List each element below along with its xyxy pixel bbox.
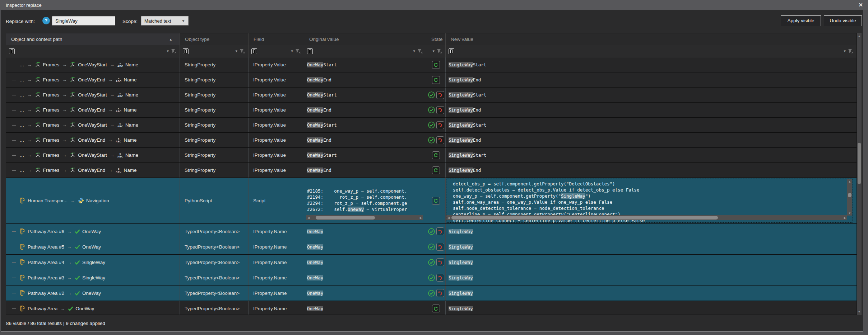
result-row[interactable]: …→Frames→OneWayEnd→sABCNameStringPropert…	[6, 72, 857, 88]
filter-dropdown-icon[interactable]: ▾	[413, 49, 415, 53]
undo-change-button[interactable]	[436, 243, 444, 251]
new-value-cell: SingleWay	[446, 301, 857, 315]
path-segment: …	[19, 168, 24, 173]
scroll-down-icon[interactable]: ▼	[857, 310, 862, 313]
undo-change-button[interactable]	[436, 258, 444, 266]
result-row[interactable]: …→Frames→OneWayStart→sABCNameStringPrope…	[6, 118, 857, 133]
filter-clear-icon[interactable]	[295, 49, 301, 53]
table-header: Object and context path ▲ Object type Fi…	[6, 33, 857, 45]
new-value-cell: SingleWay	[446, 286, 857, 301]
column-header-object-type[interactable]: Object type	[180, 33, 249, 45]
undo-change-button[interactable]	[436, 106, 444, 114]
result-row[interactable]: Pathway Area #2→OneWayTypedProperty<Bool…	[6, 286, 857, 301]
new-value-cell[interactable]: detect_obs_p = self.component.getPropert…	[446, 178, 857, 223]
object-type-cell: StringProperty	[180, 72, 249, 87]
replace-with-input[interactable]	[52, 16, 115, 25]
undo-change-button[interactable]	[436, 136, 444, 144]
new-value: SingleWayEnd	[446, 168, 481, 173]
scope-dropdown[interactable]: Matched text ▼	[141, 16, 189, 25]
undo-change-button[interactable]	[436, 289, 444, 297]
filter-clear-icon[interactable]	[437, 49, 442, 53]
frame-icon	[35, 62, 41, 68]
scroll-left-icon[interactable]: ◀	[447, 216, 450, 220]
path-segment: OneWayStart	[70, 122, 107, 128]
state-pending-icon[interactable]	[432, 166, 440, 174]
object-type-value: PythonScript	[180, 198, 212, 203]
code-vscrollbar[interactable]: ▲▼	[847, 179, 852, 216]
state-pending-icon[interactable]	[432, 305, 440, 312]
scrollbar-thumb[interactable]	[316, 216, 375, 220]
result-row[interactable]: …→Frames→OneWayEnd→sABCNameStringPropert…	[6, 133, 857, 148]
path-segment-label: Name	[124, 107, 136, 113]
result-row[interactable]: Pathway Area #4→SingleWayTypedProperty<B…	[6, 255, 857, 270]
code-line: #2294: rot_z_p = self.component.ge	[307, 200, 424, 206]
column-header-path[interactable]: Object and context path ▲	[6, 33, 180, 45]
matched-text-highlight: SingleWay	[449, 306, 473, 311]
scroll-left-icon[interactable]: ◀	[307, 216, 310, 220]
undo-change-button[interactable]	[436, 121, 444, 129]
result-row[interactable]: …→Frames→OneWayEnd→sABCNameStringPropert…	[6, 103, 857, 118]
result-row[interactable]: Human Transpor...→NavigationPythonScript…	[6, 178, 857, 224]
filter-clear-icon[interactable]	[171, 49, 177, 53]
undo-visible-button[interactable]: Undo visible	[824, 15, 862, 26]
result-row[interactable]: …→Frames→OneWayStart→sABCNameStringPrope…	[6, 148, 857, 163]
column-header-new-value[interactable]: New value	[446, 33, 857, 45]
code-hscrollbar[interactable]: ◀▶	[306, 215, 423, 220]
state-applied-icon	[428, 228, 435, 235]
undo-change-button[interactable]	[436, 274, 444, 282]
result-row[interactable]: …→Frames→OneWayStart→sABCNameStringPrope…	[6, 88, 857, 103]
frame-icon	[35, 122, 41, 128]
result-row[interactable]: …→Frames→OneWayEnd→sABCNameStringPropert…	[6, 163, 857, 178]
scroll-up-icon[interactable]: ▲	[848, 180, 851, 183]
filter-dropdown-icon[interactable]: ▾	[432, 49, 435, 53]
result-row[interactable]: Pathway Area #3→SingleWayTypedProperty<B…	[6, 270, 857, 286]
filter-dropdown-icon[interactable]: ▾	[235, 49, 237, 53]
original-value-cell: OneWay	[304, 270, 426, 285]
state-pending-icon[interactable]	[432, 197, 440, 205]
filter-edit-icon[interactable]	[183, 48, 189, 54]
filter-dropdown-icon[interactable]: ▾	[291, 49, 293, 53]
result-row[interactable]: Pathway Area→OneWayTypedProperty<Boolean…	[6, 301, 857, 315]
filter-edit-icon[interactable]	[251, 48, 257, 54]
scrollbar-thumb[interactable]	[451, 216, 718, 220]
close-icon[interactable]: ✕	[858, 2, 863, 8]
object-type-value: StringProperty	[180, 137, 215, 143]
state-pending-icon[interactable]	[432, 151, 440, 159]
filter-edit-icon[interactable]	[307, 48, 313, 54]
filter-dropdown-icon[interactable]: ▾	[167, 49, 169, 53]
vertical-scrollbar[interactable]: ▲ ▼	[857, 33, 862, 315]
column-header-original-value[interactable]: Original value	[304, 33, 426, 45]
filter-clear-icon[interactable]	[240, 49, 245, 53]
state-pending-icon[interactable]	[432, 61, 440, 69]
filter-clear-icon[interactable]	[848, 49, 854, 53]
filter-edit-icon[interactable]	[9, 48, 15, 54]
undo-change-button[interactable]	[436, 227, 444, 235]
scroll-down-icon[interactable]: ▼	[848, 212, 851, 215]
help-icon[interactable]: ?	[42, 17, 50, 24]
filter-dropdown-icon[interactable]: ▾	[844, 49, 846, 53]
state-pending-icon[interactable]	[432, 76, 440, 84]
tree-connector-icon	[11, 72, 17, 87]
path-segment-label: OneWayEnd	[78, 107, 105, 113]
filter-edit-icon[interactable]	[449, 48, 454, 54]
object-type-cell: StringProperty	[180, 133, 249, 147]
scrollbar-thumb[interactable]	[848, 193, 851, 197]
result-row[interactable]: Pathway Area #6→OneWayTypedProperty<Bool…	[6, 224, 857, 239]
scroll-right-icon[interactable]: ▶	[844, 216, 846, 220]
object-type-cell: TypedProperty<Boolean>	[180, 224, 249, 239]
scroll-up-icon[interactable]: ▲	[857, 34, 862, 38]
column-header-field[interactable]: Field	[249, 33, 304, 45]
original-value-cell: OneWayEnd	[304, 72, 426, 87]
path-segment: …	[19, 77, 24, 82]
scrollbar-thumb[interactable]	[858, 143, 861, 184]
apply-visible-button[interactable]: Apply visible	[781, 15, 821, 26]
path-segment-label: Frames	[43, 107, 60, 113]
column-header-state[interactable]: State	[426, 33, 446, 45]
filter-clear-icon[interactable]	[417, 49, 423, 53]
result-row[interactable]: Pathway Area #5→OneWayTypedProperty<Bool…	[6, 239, 857, 255]
scroll-right-icon[interactable]: ▶	[420, 216, 422, 220]
code-hscrollbar[interactable]: ◀▶	[446, 215, 847, 220]
undo-change-button[interactable]	[436, 91, 444, 99]
matched-text-highlight: OneWay	[307, 260, 323, 265]
result-row[interactable]: …→Frames→OneWayStart→sABCNameStringPrope…	[6, 57, 857, 72]
